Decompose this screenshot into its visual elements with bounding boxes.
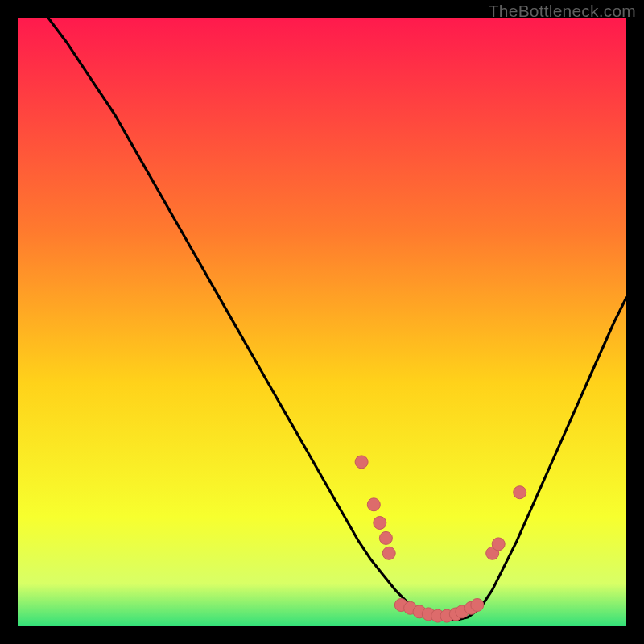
- data-dot: [382, 547, 395, 559]
- attribution-watermark: TheBottleneck.com: [489, 2, 636, 21]
- data-dot: [471, 599, 484, 612]
- data-dot: [492, 538, 505, 551]
- chart-frame: [18, 18, 626, 626]
- data-dot: [355, 456, 368, 469]
- bottleneck-chart: [18, 18, 626, 626]
- data-dot: [374, 517, 386, 530]
- gradient-background: [18, 18, 626, 626]
- data-dot: [514, 486, 526, 499]
- data-dot: [379, 531, 392, 544]
- data-dot: [367, 498, 380, 511]
